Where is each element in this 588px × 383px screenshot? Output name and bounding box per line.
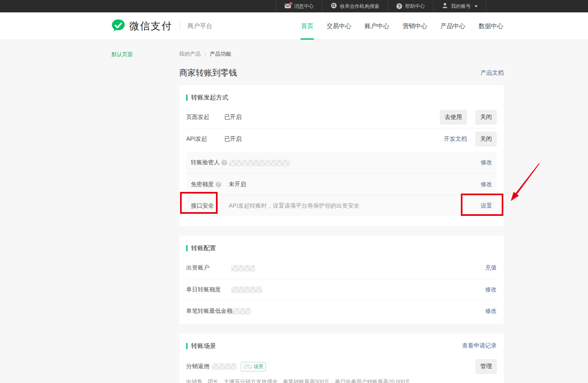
topbar-acquiring-search-label: 收单合作机构搜索 — [340, 3, 379, 10]
breadcrumb: 我的产品 › 产品功能 — [179, 40, 504, 58]
dev-doc-link[interactable]: 开发文档 — [444, 135, 467, 143]
accent-bar — [186, 95, 187, 101]
annotation-arrow-icon — [506, 160, 545, 206]
page-initiation-row: 页面发起 已开启 去使用 关闭 — [179, 106, 504, 128]
masked-value — [229, 160, 290, 166]
transfer-verifier-row: 转账验密人 ? 修改 — [186, 152, 497, 173]
nav-product-center[interactable]: 产品中心 — [440, 12, 466, 40]
go-use-button[interactable]: 去使用 — [440, 110, 467, 125]
brand-name: 微信支付 — [129, 19, 172, 33]
api-security-description: API发起转账时，设置该项平台将保护你的出资安全 — [229, 202, 481, 210]
api-security-set-link[interactable]: 设置 — [481, 202, 492, 210]
help-icon[interactable]: ? — [221, 160, 227, 165]
close-page-initiation-button[interactable]: 关闭 — [475, 110, 497, 125]
transfer-config-header: 转账配置 — [179, 242, 504, 254]
notification-dot — [289, 2, 292, 5]
accent-bar — [186, 343, 187, 349]
min-amount-label: 单笔转账最低金额 — [186, 307, 232, 315]
modify-verifier-link[interactable]: 修改 — [481, 159, 492, 166]
nav-marketing-center[interactable]: 营销中心 — [402, 12, 428, 40]
topbar-my-account[interactable]: 我的账号 — [433, 0, 486, 12]
api-security-row: 接口安全 API发起转账时，设置该项平台将保护你的出资安全 设置 — [186, 195, 497, 216]
modify-daily-limit-link[interactable]: 修改 — [485, 286, 497, 293]
transfer-verifier-value-masked — [229, 159, 481, 166]
modify-min-amount-link[interactable]: 修改 — [485, 307, 497, 315]
min-amount-row: 单笔转账最低金额 修改 — [186, 300, 497, 322]
page-title: 商家转账到零钱 — [179, 67, 237, 78]
masked-value — [243, 364, 252, 369]
brand-divider — [180, 21, 180, 31]
transfer-verifier-label-text: 转账验密人 — [191, 159, 220, 166]
masked-value — [212, 363, 237, 370]
user-icon — [442, 2, 448, 10]
breadcrumb-separator-icon: › — [204, 51, 206, 57]
topbar-message-label: 消息中心 — [294, 3, 314, 10]
wechat-pay-logo-icon — [111, 19, 125, 33]
scene-badge-text: 场景 — [254, 363, 263, 370]
api-initiation-row: API发起 已开启 开发文档 关闭 — [186, 128, 497, 149]
transfer-scene-header: 转账场景 查看申请记录 — [179, 340, 504, 352]
nav-data-center[interactable]: 数据中心 — [478, 12, 504, 40]
accent-bar — [186, 245, 187, 251]
help-icon[interactable]: ? — [216, 182, 221, 187]
free-password-row: 免密额度 ? 未开启 修改 — [186, 173, 497, 195]
api-security-label: 接口安全 — [191, 202, 229, 210]
topbar-message-center[interactable]: 消息中心 — [276, 0, 322, 12]
transfer-config-card: 转账配置 出资账户 充值 单日转账额度 修改 单笔转账最低金额 修改 — [179, 236, 504, 324]
api-initiation-label: API发起 — [186, 135, 224, 143]
transfer-initiation-card: 转账发起方式 页面发起 已开启 去使用 关闭 API发起 已开启 开发文档 关闭… — [179, 85, 504, 226]
section-title: 转账场景 — [186, 342, 216, 350]
topbar-help-center[interactable]: ? 帮助中心 — [388, 0, 433, 12]
page-initiation-status: 已开启 — [224, 113, 440, 121]
free-password-label: 免密额度 ? — [191, 181, 229, 188]
topbar-my-account-label: 我的账号 — [451, 3, 471, 10]
modify-free-password-link[interactable]: 修改 — [481, 181, 492, 188]
help-icon: ? — [396, 3, 402, 9]
daily-limit-label: 单日转账额度 — [186, 286, 231, 293]
api-settings-block: 转账验密人 ? 修改 免密额度 ? 未开启 修改 接口安全 API发起转账时，设… — [186, 152, 497, 216]
nav-account-center[interactable]: 账户中心 — [364, 12, 390, 40]
scene-badge: 场景 — [241, 362, 266, 371]
funding-account-row: 出资账户 充值 — [179, 257, 504, 279]
funding-account-value-masked — [231, 264, 485, 271]
sidebar-item-default-page[interactable]: 默认页面 — [111, 51, 133, 58]
transfer-scene-card: 转账场景 查看申请记录 分销返佣 场景 管理 向销售、团长、主播等分销方发放佣金… — [179, 333, 504, 383]
masked-value — [232, 308, 251, 314]
close-api-initiation-button[interactable]: 关闭 — [475, 132, 497, 147]
manage-button[interactable]: 管理 — [475, 359, 497, 374]
free-password-status: 未开启 — [229, 181, 481, 188]
topbar-acquiring-search[interactable]: 收单合作机构搜索 — [322, 0, 388, 12]
daily-limit-row: 单日转账额度 修改 — [186, 279, 497, 300]
commission-scene-left: 分销返佣 场景 — [186, 362, 475, 371]
mail-icon — [285, 3, 291, 9]
breadcrumb-my-products[interactable]: 我的产品 — [179, 50, 201, 58]
recharge-link[interactable]: 充值 — [485, 264, 497, 272]
brand-subtitle: 商户平台 — [187, 22, 212, 30]
nav-home[interactable]: 首页 — [301, 12, 314, 40]
section-title: 转账配置 — [186, 244, 216, 252]
main-content: 我的产品 › 产品功能 商家转账到零钱 产品文档 转账发起方式 页面发起 已开启… — [179, 40, 504, 383]
commission-description: 向销售、团长、主播等分销方发放佣金，单笔转账最高500元，单日向单用户转账最高2… — [179, 378, 504, 383]
view-application-records-link[interactable]: 查看申请记录 — [462, 342, 497, 350]
topbar-help-label: 帮助中心 — [405, 3, 425, 10]
search-icon — [331, 2, 337, 10]
masked-value — [231, 286, 262, 293]
commission-label: 分销返佣 — [186, 363, 209, 370]
title-row: 商家转账到零钱 产品文档 — [179, 67, 504, 78]
min-amount-value-masked — [232, 307, 485, 314]
transfer-config-title: 转账配置 — [191, 244, 216, 252]
transfer-initiation-header: 转账发起方式 — [179, 92, 504, 103]
transfer-initiation-title: 转账发起方式 — [191, 94, 228, 102]
section-title: 转账发起方式 — [186, 94, 228, 102]
topbar: 消息中心 收单合作机构搜索 ? 帮助中心 我的账号 — [0, 0, 588, 12]
page-initiation-label: 页面发起 — [186, 113, 224, 121]
main-nav: 首页 交易中心 账户中心 营销中心 产品中心 数据中心 — [301, 12, 504, 40]
chevron-down-icon — [474, 5, 478, 7]
header: 微信支付 商户平台 首页 交易中心 账户中心 营销中心 产品中心 数据中心 — [0, 12, 588, 40]
funding-account-label: 出资账户 — [186, 264, 231, 272]
product-doc-link[interactable]: 产品文档 — [481, 69, 504, 77]
brand[interactable]: 微信支付 商户平台 — [111, 12, 212, 40]
transfer-scene-title: 转账场景 — [191, 342, 216, 350]
commission-scene-row: 分销返佣 场景 管理 — [179, 357, 504, 376]
nav-transaction-center[interactable]: 交易中心 — [326, 12, 352, 40]
